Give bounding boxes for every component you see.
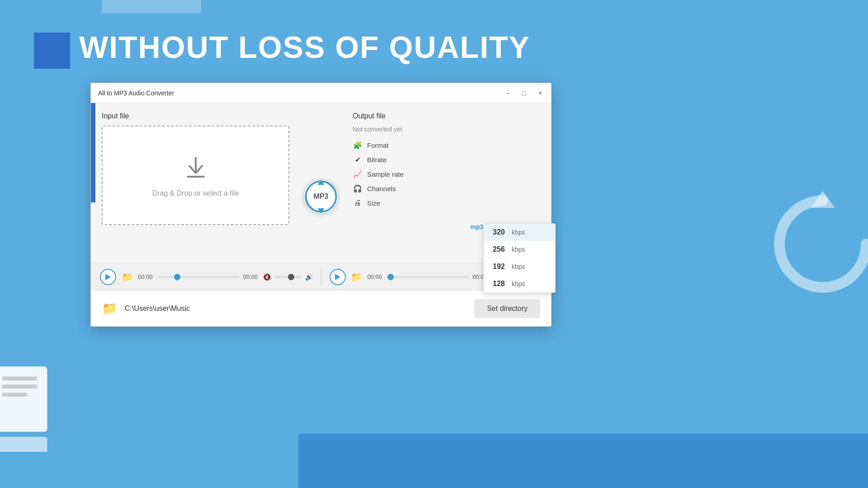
output-progress-track[interactable]: [387, 276, 469, 278]
maximize-button[interactable]: □: [520, 89, 528, 97]
size-icon: 🖨: [353, 198, 363, 208]
minimize-button[interactable]: −: [504, 89, 511, 97]
svg-marker-11: [335, 274, 340, 280]
output-panel: Output file Not converted yet 🧩 Format ✔…: [339, 112, 540, 281]
bitrate-256-unit: kbps: [512, 246, 525, 253]
not-converted-status: Not converted yet: [353, 126, 540, 133]
size-row: 🖨 Size: [353, 198, 540, 208]
bitrate-icon: ✔: [353, 155, 363, 164]
input-play-button[interactable]: [100, 269, 116, 285]
svg-marker-10: [105, 274, 111, 280]
document-icon: [0, 361, 63, 452]
svg-rect-3: [2, 393, 27, 397]
bitrate-192-value: 192: [493, 263, 510, 271]
output-progress-thumb[interactable]: [387, 274, 394, 280]
input-time-end: 00:00: [243, 273, 259, 280]
bitrate-320-value: 320: [493, 228, 510, 236]
arrow-refresh-icon: [750, 172, 868, 316]
bg-blue-square: [34, 33, 70, 69]
output-panel-label: Output file: [353, 112, 540, 120]
bitrate-option-256[interactable]: 256 kbps: [484, 241, 555, 258]
output-folder-button[interactable]: 📁: [349, 270, 364, 284]
title-bar: All to MP3 Audio Converter − □ ×: [91, 83, 551, 103]
output-play-button[interactable]: [330, 269, 346, 285]
play-icon-output: [335, 274, 340, 280]
channels-icon: 🎧: [353, 183, 363, 193]
main-content: Input file Drag & Drop or select a file: [91, 103, 551, 290]
output-props: 🧩 Format ✔ Bitrate 📈 Sample rate 🎧 Chann…: [353, 140, 540, 208]
bitrate-320-unit: kbps: [512, 229, 525, 236]
svg-rect-1: [2, 376, 37, 380]
input-mute-icon[interactable]: 🔇: [263, 273, 271, 281]
sample-rate-row: 📈 Sample rate: [353, 169, 540, 179]
window-accent-bar: [91, 103, 95, 202]
format-row: 🧩 Format: [353, 140, 540, 150]
input-volume-icon: 🔊: [305, 273, 313, 281]
set-directory-button[interactable]: Set directory: [474, 299, 540, 318]
player-bar: 📁 00:00 00:00 🔇 🔊 📁 00:00: [91, 263, 551, 290]
bitrate-option-192[interactable]: 192 kbps: [484, 258, 555, 275]
input-panel: Input file Drag & Drop or select a file: [102, 112, 303, 281]
channels-label: Channels: [367, 185, 396, 192]
title-bar-controls: − □ ×: [504, 89, 544, 97]
input-folder-button[interactable]: 📁: [120, 270, 134, 284]
format-icon: 🧩: [353, 140, 363, 150]
bottom-bar: 📁 C:\Users\user\Music Set directory: [91, 290, 551, 326]
drop-zone[interactable]: Drag & Drop or select a file: [102, 126, 289, 225]
directory-folder-icon: 📁: [102, 301, 118, 316]
download-icon: [182, 153, 209, 182]
svg-rect-4: [0, 437, 47, 452]
bitrate-256-value: 256: [493, 245, 510, 253]
mp3-arrows-svg: [302, 178, 340, 215]
center-button-area: MP3: [303, 112, 339, 281]
input-progress-thumb[interactable]: [174, 274, 180, 280]
close-button[interactable]: ×: [537, 89, 544, 97]
app-window: All to MP3 Audio Converter − □ × Input f…: [90, 83, 552, 327]
input-player-section: 📁 00:00 00:00 🔇 🔊: [100, 269, 313, 285]
play-icon: [105, 274, 111, 280]
channels-row: 🎧 Channels: [353, 183, 540, 193]
input-volume-thumb[interactable]: [288, 274, 294, 280]
input-time-start: 00:00: [138, 273, 154, 280]
drop-zone-text: Drag & Drop or select a file: [152, 189, 239, 197]
window-title: All to MP3 Audio Converter: [98, 89, 174, 97]
bitrate-option-320[interactable]: 320 kbps: [484, 224, 555, 241]
sample-rate-icon: 📈: [353, 169, 363, 179]
format-tag: mp3: [470, 223, 483, 230]
directory-path: C:\Users\user\Music: [125, 305, 467, 313]
output-time-start: 00:00: [368, 273, 384, 280]
input-panel-label: Input file: [102, 112, 289, 120]
blue-strip: [298, 434, 868, 488]
svg-rect-0: [0, 366, 47, 432]
bitrate-row: ✔ Bitrate: [353, 155, 540, 164]
bitrate-128-unit: kbps: [512, 280, 525, 287]
sample-rate-label: Sample rate: [367, 170, 404, 178]
player-divider: [321, 268, 321, 286]
bg-rect-top: [102, 0, 201, 14]
headline: WITHOUT LOSS OF QUALITY: [79, 29, 530, 65]
bitrate-192-unit: kbps: [512, 263, 525, 270]
bitrate-option-128[interactable]: 128 kbps: [484, 275, 555, 292]
bitrate-dropdown[interactable]: 320 kbps 256 kbps 192 kbps 128 kbps: [483, 223, 556, 293]
input-volume-track[interactable]: [274, 276, 302, 278]
format-label: Format: [367, 141, 389, 149]
bitrate-label: Bitrate: [367, 156, 387, 164]
bitrate-128-value: 128: [493, 280, 510, 288]
mp3-convert-button[interactable]: MP3: [303, 178, 339, 215]
input-progress-track[interactable]: [158, 276, 240, 278]
size-label: Size: [367, 199, 380, 207]
svg-rect-2: [2, 385, 37, 389]
